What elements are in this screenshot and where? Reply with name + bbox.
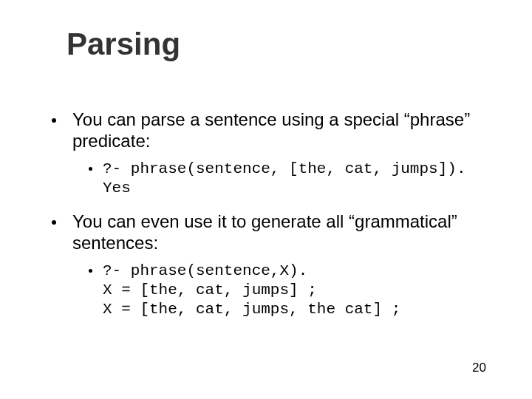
bullet-level2: ?- phrase(sentence,X). X = [the, cat, ju… bbox=[89, 262, 502, 320]
bullet-dot-icon bbox=[52, 118, 56, 123]
code-block: ?- phrase(sentence, [the, cat, jumps]). … bbox=[103, 160, 466, 199]
slide-title: Parsing bbox=[66, 27, 180, 62]
page-number: 20 bbox=[472, 361, 486, 375]
bullet-level1: You can even use it to generate all “gra… bbox=[52, 211, 502, 319]
bullet-dot-icon bbox=[89, 269, 92, 273]
bullet-text: You can even use it to generate all “gra… bbox=[72, 211, 502, 254]
slide: { "title": "Parsing", "bullets": { "b1":… bbox=[0, 0, 532, 399]
bullet-dot-icon bbox=[52, 220, 56, 225]
bullet-level2: ?- phrase(sentence, [the, cat, jumps]). … bbox=[89, 160, 502, 199]
slide-body: You can parse a sentence using a special… bbox=[52, 109, 502, 332]
bullet-level1: You can parse a sentence using a special… bbox=[52, 109, 502, 198]
bullet-text: You can parse a sentence using a special… bbox=[72, 109, 502, 152]
code-block: ?- phrase(sentence,X). X = [the, cat, ju… bbox=[103, 262, 400, 320]
bullet-dot-icon bbox=[89, 167, 92, 171]
